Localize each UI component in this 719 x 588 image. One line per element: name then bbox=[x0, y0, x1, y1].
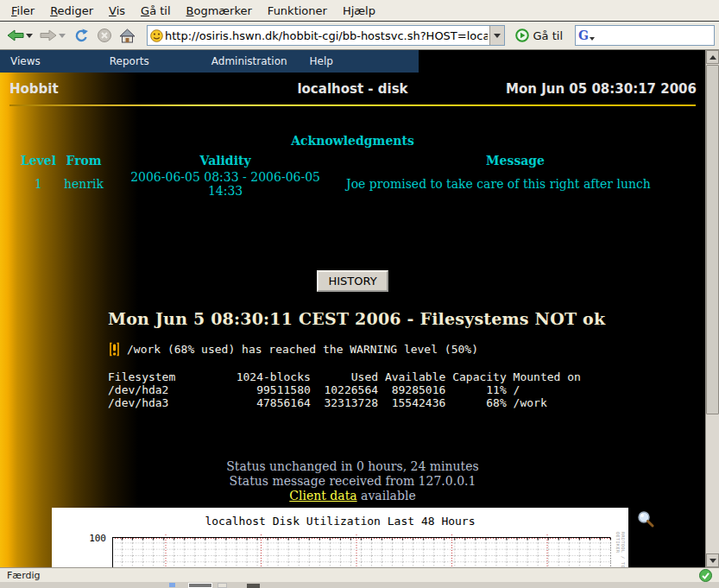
scroll-up-icon bbox=[710, 55, 716, 60]
browser-window: Filer Rediger Vis Gå til Bogmærker Funkt… bbox=[0, 0, 719, 588]
status-heading: Mon Jun 5 08:30:11 CEST 2006 - Filesyste… bbox=[108, 309, 705, 328]
page-header: Hobbit localhost - disk Mon Jun 05 08:30… bbox=[0, 79, 705, 99]
reload-button[interactable] bbox=[70, 26, 92, 45]
scroll-up-button[interactable] bbox=[706, 50, 719, 64]
nav-help[interactable]: Help bbox=[310, 55, 333, 67]
warning-line: /work (68% used) has reached the WARNING… bbox=[108, 342, 705, 357]
menu-bar: Filer Rediger Vis Gå til Bogmærker Funkt… bbox=[0, 0, 719, 22]
vertical-scrollbar bbox=[705, 50, 719, 567]
url-dropdown-caret bbox=[494, 34, 501, 38]
menu-hjaelp[interactable]: Hjælp bbox=[335, 2, 383, 20]
home-button[interactable] bbox=[117, 27, 138, 45]
acknowledgments-table: Level From Validity Message 1 henrik 200… bbox=[17, 153, 688, 199]
menu-bogmaerker[interactable]: Bogmærker bbox=[179, 2, 260, 20]
clipped-window-fragment bbox=[169, 583, 175, 587]
client-data-line: Client data available bbox=[0, 489, 705, 503]
page-title: localhost - disk bbox=[199, 81, 506, 97]
graph-title: localhost Disk Utilization Last 48 Hours bbox=[52, 515, 628, 528]
forward-arrow-icon bbox=[40, 29, 57, 41]
nav-administration[interactable]: Administration bbox=[211, 55, 287, 67]
hobbit-page: Views Reports Administration Help Hobbit… bbox=[0, 50, 705, 567]
nav-reports[interactable]: Reports bbox=[110, 55, 149, 67]
clipped-window-fragment bbox=[247, 584, 260, 588]
rrdtool-watermark: RRDTOOL / TOBI OETIKER bbox=[615, 532, 626, 567]
menu-vis[interactable]: Vis bbox=[101, 2, 133, 20]
ack-message: Joe promised to take care of this right … bbox=[343, 168, 688, 199]
url-bar bbox=[147, 25, 505, 46]
google-icon[interactable]: G bbox=[578, 29, 589, 41]
forward-button[interactable] bbox=[37, 28, 68, 43]
menu-rediger[interactable]: Rediger bbox=[42, 2, 101, 20]
status-unchanged-line: Status unchanged in 0 hours, 24 minutes bbox=[0, 459, 705, 474]
back-arrow-icon bbox=[7, 29, 24, 41]
filesystem-table: Filesystem 1024-blocks Used Available Ca… bbox=[108, 370, 705, 409]
forward-dropdown-caret[interactable] bbox=[59, 34, 66, 38]
nav-views[interactable]: Views bbox=[10, 55, 41, 67]
stop-button[interactable] bbox=[94, 26, 115, 45]
client-data-suffix: available bbox=[357, 489, 416, 503]
scrollbar-track[interactable] bbox=[706, 64, 719, 553]
stop-icon bbox=[97, 28, 112, 43]
status-bar-text: Færdig bbox=[7, 570, 40, 581]
graph-plot-row: 100 bbox=[52, 532, 628, 567]
status-received-line: Status message received from 127.0.0.1 bbox=[0, 474, 705, 489]
warning-text: /work (68% used) has reached the WARNING… bbox=[127, 343, 478, 356]
status-report: Mon Jun 5 08:30:11 CEST 2006 - Filesyste… bbox=[108, 309, 705, 409]
scroll-down-icon bbox=[710, 559, 716, 563]
ack-level: 1 bbox=[17, 168, 60, 199]
history-button[interactable]: HISTORY bbox=[317, 270, 388, 292]
page-datetime: Mon Jun 05 08:30:17 2006 bbox=[506, 81, 696, 97]
back-dropdown-caret[interactable] bbox=[26, 34, 33, 38]
graph-row: localhost Disk Utilization Last 48 Hours… bbox=[0, 508, 705, 567]
warning-status-icon bbox=[108, 342, 121, 357]
site-favicon bbox=[150, 29, 163, 42]
search-box: G bbox=[575, 25, 715, 46]
navigation-toolbar: Gå til G bbox=[0, 22, 719, 50]
menu-funktioner[interactable]: Funktioner bbox=[260, 2, 335, 20]
go-label: Gå til bbox=[533, 29, 564, 42]
history-row: HISTORY bbox=[0, 270, 705, 292]
search-input[interactable] bbox=[595, 29, 719, 41]
header-divider bbox=[9, 104, 696, 106]
hobbit-brand: Hobbit bbox=[9, 81, 199, 97]
graph-ylabel-100: 100 bbox=[52, 533, 112, 567]
ack-row: 1 henrik 2006-06-05 08:33 - 2006-06-05 1… bbox=[17, 168, 688, 199]
acknowledgments-title: Acknowledgments bbox=[0, 134, 705, 148]
browser-viewport: Views Reports Administration Help Hobbit… bbox=[0, 50, 719, 567]
go-button[interactable]: Gå til bbox=[510, 27, 569, 44]
graph-zoom-magnifier-icon[interactable] bbox=[637, 510, 654, 528]
ack-col-validity: Validity bbox=[108, 153, 343, 168]
url-dropdown-button[interactable] bbox=[489, 26, 504, 45]
graph-plot-area bbox=[112, 537, 611, 567]
clipped-window-fragment bbox=[188, 583, 212, 588]
status-bar: Færdig bbox=[0, 567, 719, 582]
ack-col-level: Level bbox=[17, 153, 60, 168]
back-button[interactable] bbox=[4, 28, 35, 43]
scroll-down-button[interactable] bbox=[706, 553, 719, 567]
menu-gaa-til[interactable]: Gå til bbox=[133, 2, 179, 20]
ack-col-from: From bbox=[60, 153, 108, 168]
ack-from: henrik bbox=[60, 168, 108, 199]
desktop-edge-strip bbox=[0, 582, 719, 588]
clipped-window-fragment bbox=[218, 583, 227, 588]
ack-col-message: Message bbox=[343, 153, 688, 168]
go-icon bbox=[515, 28, 529, 42]
ack-validity: 2006-06-05 08:33 - 2006-06-05 14:33 bbox=[108, 168, 343, 199]
green-check-icon[interactable] bbox=[699, 569, 712, 582]
hobbit-nav-bar: Views Reports Administration Help bbox=[0, 50, 419, 73]
client-data-link[interactable]: Client data bbox=[289, 489, 356, 503]
scrollbar-thumb[interactable] bbox=[706, 65, 719, 414]
url-input[interactable] bbox=[163, 29, 489, 42]
menu-filer[interactable]: Filer bbox=[3, 2, 42, 20]
reload-icon bbox=[73, 28, 90, 43]
home-icon bbox=[119, 28, 136, 43]
status-info: Status unchanged in 0 hours, 24 minutes … bbox=[0, 459, 705, 503]
acknowledgments-section: Acknowledgments Level From Validity Mess… bbox=[0, 134, 705, 199]
disk-utilization-graph[interactable]: localhost Disk Utilization Last 48 Hours… bbox=[52, 508, 628, 567]
